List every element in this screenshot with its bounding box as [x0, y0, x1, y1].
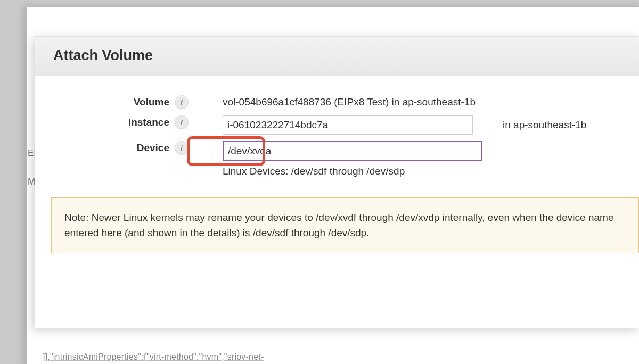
row-volume: Volume i vol-054b696a1cf488736 (EIPx8 Te…	[35, 92, 639, 112]
value-device	[195, 141, 482, 161]
row-instance: Instance i in ap-southeast-1b	[35, 112, 639, 138]
info-icon[interactable]: i	[175, 141, 189, 155]
instance-suffix: in ap-southeast-1b	[503, 119, 586, 131]
background-code-fragment: ]],"intrinsicAmiProperties":{"virt-metho…	[43, 352, 264, 362]
label-instance-text: Instance	[128, 117, 169, 128]
device-input[interactable]	[223, 141, 482, 161]
label-volume: Volume i	[35, 95, 195, 109]
value-volume: vol-054b696a1cf488736 (EIPx8 Test) in ap…	[195, 95, 476, 108]
volume-value-text: vol-054b696a1cf488736 (EIPx8 Test) in ap…	[223, 95, 476, 108]
dialog-title: Attach Volume	[53, 47, 621, 64]
instance-input[interactable]	[223, 115, 473, 135]
spacer	[35, 275, 639, 328]
info-icon[interactable]: i	[175, 115, 189, 129]
row-device: Device i	[35, 138, 639, 164]
attach-volume-dialog: Attach Volume Volume i vol-054b696a1cf48…	[35, 36, 639, 328]
label-instance: Instance i	[35, 115, 195, 129]
label-device: Device i	[35, 141, 195, 155]
value-instance: in ap-southeast-1b	[195, 115, 586, 135]
dialog-header: Attach Volume	[35, 37, 639, 76]
device-hint: Linux Devices: /dev/sdf through /dev/sdp	[35, 166, 639, 177]
label-device-text: Device	[137, 142, 169, 154]
dialog-body: Volume i vol-054b696a1cf488736 (EIPx8 Te…	[35, 76, 639, 328]
label-volume-text: Volume	[134, 96, 169, 108]
note-box: Note: Newer Linux kernels may rename you…	[51, 197, 639, 253]
note-text: Note: Newer Linux kernels may rename you…	[64, 212, 613, 238]
info-icon[interactable]: i	[175, 95, 189, 109]
